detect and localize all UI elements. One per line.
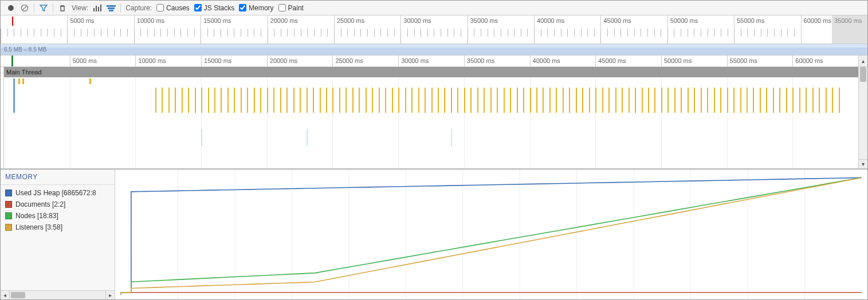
flame-task[interactable]: [470, 88, 472, 113]
flame-task[interactable]: [556, 88, 557, 113]
flame-task[interactable]: [359, 88, 360, 113]
flame-task[interactable]: [490, 88, 492, 113]
paint-checkbox[interactable]: Paint: [278, 4, 304, 12]
flame-canvas[interactable]: [4, 77, 858, 168]
overview-range-handle[interactable]: 35000 ms: [832, 15, 867, 44]
flame-task[interactable]: [760, 88, 761, 113]
flame-task[interactable]: [339, 88, 340, 113]
flame-task[interactable]: [595, 88, 596, 113]
causes-checkbox[interactable]: Causes: [156, 4, 190, 12]
flame-task[interactable]: [398, 88, 399, 113]
flame-task[interactable]: [293, 88, 294, 113]
flame-task[interactable]: [195, 88, 196, 113]
flame-task[interactable]: [320, 88, 321, 113]
main-thread-header[interactable]: Main Thread: [4, 67, 858, 77]
memory-checkbox[interactable]: Memory: [239, 4, 273, 12]
flame-task[interactable]: [733, 88, 735, 113]
flame-task[interactable]: [234, 88, 235, 113]
flame-task[interactable]: [720, 88, 721, 113]
flame-task[interactable]: [477, 88, 478, 113]
flame-task[interactable]: [214, 88, 215, 113]
flame-task[interactable]: [642, 88, 643, 113]
flame-task[interactable]: [155, 88, 156, 113]
flame-task[interactable]: [530, 88, 531, 113]
scroll-down-button[interactable]: ▾: [859, 159, 867, 168]
flame-task[interactable]: [392, 88, 393, 113]
flame-task[interactable]: [629, 88, 630, 113]
flame-task[interactable]: [510, 88, 511, 113]
scroll-thumb[interactable]: [11, 292, 25, 298]
garbage-icon[interactable]: [58, 3, 67, 13]
flame-task[interactable]: [681, 88, 682, 113]
flame-task[interactable]: [694, 88, 695, 113]
record-icon[interactable]: [6, 3, 15, 13]
bars-view-icon[interactable]: [93, 3, 102, 13]
flame-task[interactable]: [451, 88, 452, 113]
detail-ruler[interactable]: ▴ 5000 ms10000 ms15000 ms20000 ms25000 m…: [1, 56, 867, 67]
scroll-up-button[interactable]: ▴: [858, 56, 867, 66]
flame-task[interactable]: [254, 88, 255, 113]
flame-task[interactable]: [286, 88, 288, 113]
flame-event[interactable]: [201, 129, 202, 146]
legend-item-documents[interactable]: Documents [2:2]: [1, 199, 115, 210]
flame-task[interactable]: [766, 88, 767, 113]
flame-event[interactable]: [451, 129, 452, 146]
sidebar-hscrollbar[interactable]: ◂ ▸: [1, 290, 115, 299]
legend-item-listeners[interactable]: Listeners [3:58]: [1, 222, 115, 233]
flame-task[interactable]: [366, 88, 367, 113]
legend-item-heap[interactable]: Used JS Heap [6865672:8: [1, 187, 115, 199]
flame-task[interactable]: [714, 88, 715, 113]
flame-task[interactable]: [792, 88, 794, 113]
scroll-left-button[interactable]: ◂: [1, 291, 10, 299]
flame-task[interactable]: [379, 88, 380, 113]
flame-task[interactable]: [168, 88, 170, 113]
flame-task[interactable]: [549, 88, 551, 113]
flame-task[interactable]: [701, 88, 702, 113]
flame-task[interactable]: [300, 88, 301, 113]
flame-task[interactable]: [162, 88, 163, 113]
flame-task[interactable]: [175, 88, 176, 113]
flame-task[interactable]: [425, 88, 426, 113]
flame-task[interactable]: [260, 88, 261, 113]
flame-task[interactable]: [307, 88, 308, 113]
flame-task[interactable]: [241, 88, 242, 113]
flame-task[interactable]: [464, 88, 465, 113]
flame-task[interactable]: [635, 88, 636, 113]
flame-task[interactable]: [484, 88, 485, 113]
memory-chart[interactable]: [115, 169, 867, 299]
flame-task[interactable]: [332, 88, 333, 113]
flame-vscrollbar[interactable]: ▾: [858, 67, 867, 168]
flame-task[interactable]: [438, 88, 439, 113]
filter-icon[interactable]: [39, 3, 48, 13]
flame-task[interactable]: [208, 88, 209, 113]
flame-task[interactable]: [747, 88, 748, 113]
flame-event[interactable]: [14, 78, 15, 113]
flame-task[interactable]: [385, 88, 386, 113]
flame-task[interactable]: [497, 88, 498, 113]
flame-task[interactable]: [622, 88, 623, 113]
flame-task[interactable]: [201, 88, 202, 113]
flame-task[interactable]: [753, 88, 754, 113]
flame-chart[interactable]: Main Thread ▾: [1, 67, 867, 169]
flame-task[interactable]: [280, 88, 281, 113]
flame-task[interactable]: [536, 88, 537, 113]
flame-task[interactable]: [188, 88, 189, 113]
flame-task[interactable]: [273, 88, 274, 113]
flame-task[interactable]: [786, 88, 787, 113]
flame-task[interactable]: [832, 88, 833, 113]
flame-task[interactable]: [457, 88, 458, 113]
flame-task[interactable]: [707, 88, 708, 113]
flame-task[interactable]: [654, 88, 655, 113]
flame-task[interactable]: [313, 88, 314, 113]
flame-task[interactable]: [22, 78, 24, 84]
flame-task[interactable]: [779, 88, 780, 113]
flame-task[interactable]: [227, 88, 229, 113]
flame-task[interactable]: [839, 88, 840, 113]
flame-task[interactable]: [582, 88, 583, 113]
flame-task[interactable]: [661, 88, 662, 113]
flame-task[interactable]: [740, 88, 741, 113]
overview-ruler[interactable]: 5000 ms10000 ms15000 ms20000 ms25000 ms3…: [1, 15, 867, 44]
flame-task[interactable]: [89, 78, 91, 84]
flame-task[interactable]: [806, 88, 807, 113]
flame-task[interactable]: [727, 88, 728, 113]
